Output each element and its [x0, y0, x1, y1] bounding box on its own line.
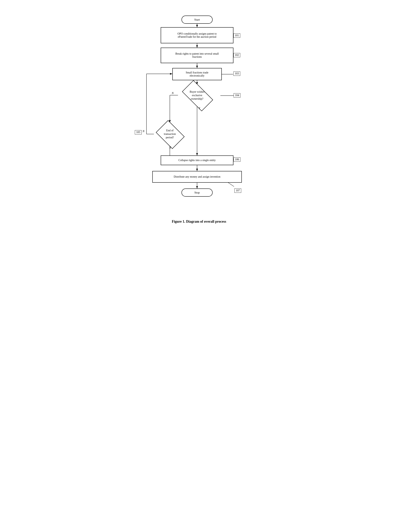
node-101-label: OPO conditionally assigns patent toePate… [177, 32, 216, 38]
label-106: 106 [234, 157, 241, 162]
y-buyer-label: Y [199, 107, 200, 110]
label-107: 107 [235, 189, 241, 193]
stop-label: Stop [194, 191, 200, 194]
node-105-label: End oftransactionperiod? [164, 129, 176, 139]
node-106-label: Collapse rights into a single entity [178, 159, 216, 162]
node-104: Buyer wishesexclusiveownership? [178, 84, 216, 106]
node-107-label: Distribute any money and assign inventio… [174, 175, 220, 178]
n-buyer-label: N [172, 92, 174, 95]
node-107: Distribute any money and assign inventio… [152, 171, 242, 183]
label-105: 105 [135, 130, 142, 134]
node-103-label: Small fractions tradeelectronically [186, 71, 209, 77]
node-101: OPO conditionally assigns patent toePate… [161, 27, 234, 43]
figure-caption: Figure 1. Diagram of overall process [125, 220, 273, 224]
start-node: Start [182, 16, 213, 24]
node-106: Collapse rights into a single entity [161, 155, 234, 165]
node-103: Small fractions tradeelectronically [172, 68, 222, 80]
node-105: End oftransactionperiod? [154, 122, 186, 146]
flowchart-diagram: Start OPO conditionally assigns patent t… [125, 12, 273, 216]
node-104-label: Buyer wishesexclusiveownership? [190, 90, 204, 101]
node-102-label: Break rights to patent into several smal… [175, 52, 219, 58]
node-102: Break rights to patent into several smal… [161, 48, 234, 63]
page: Start OPO conditionally assigns patent t… [121, 4, 277, 231]
label-102: 102 [234, 53, 240, 57]
label-101: 101 [234, 33, 240, 38]
n-period-label: N [143, 130, 144, 133]
start-label: Start [194, 18, 200, 21]
y-period-label: Y [170, 146, 171, 149]
label-104: 104 [234, 93, 241, 98]
label-103: 103 [234, 71, 240, 76]
stop-node: Stop [182, 189, 213, 197]
